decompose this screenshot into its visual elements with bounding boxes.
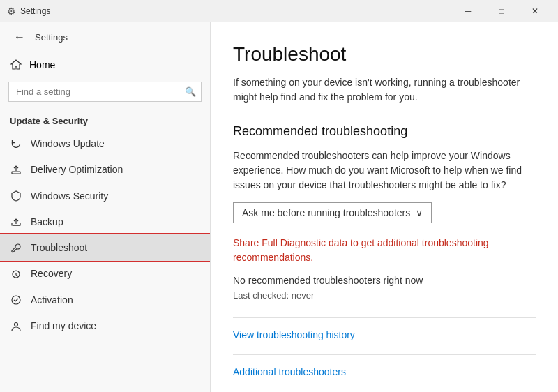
sidebar-item-windows-update[interactable]: Windows Update (0, 130, 210, 156)
section-header: Update & Security (0, 110, 210, 130)
checkmark-icon (10, 294, 22, 306)
sidebar-item-label: Activation (31, 294, 73, 306)
person-icon (10, 319, 22, 331)
view-history-link[interactable]: View troubleshooting history (233, 329, 536, 340)
page-title: Troubleshoot (233, 43, 536, 66)
recommended-section-title: Recommended troubleshooting (233, 124, 536, 139)
sidebar-item-label: Windows Security (31, 190, 108, 202)
back-button[interactable]: ← (10, 29, 29, 45)
sidebar: ← Settings Home 🔍 Update & Security (0, 22, 211, 392)
sidebar-title: Settings (35, 32, 68, 43)
sidebar-header: ← Settings (0, 22, 210, 52)
close-button[interactable]: ✕ (519, 0, 551, 22)
sidebar-item-windows-security[interactable]: Windows Security (0, 183, 210, 209)
search-input[interactable] (8, 82, 202, 102)
upload-icon (10, 164, 22, 176)
wrench-icon (10, 241, 22, 253)
sidebar-item-label: Backup (31, 216, 63, 227)
svg-rect-0 (12, 172, 20, 174)
title-bar-text: Settings (20, 6, 452, 16)
title-bar: ⚙ Settings ─ □ ✕ (0, 0, 558, 22)
window-controls: ─ □ ✕ (452, 0, 551, 22)
home-icon (10, 59, 22, 70)
sidebar-item-home[interactable]: Home (0, 52, 210, 77)
sidebar-item-backup[interactable]: Backup (0, 209, 210, 234)
sidebar-item-activation[interactable]: Activation (0, 287, 210, 312)
page-description: If something on your device isn't workin… (233, 75, 536, 105)
sidebar-item-label: Troubleshoot (31, 242, 87, 253)
divider-2 (233, 354, 536, 355)
svg-point-1 (13, 251, 13, 252)
sidebar-item-label: Recovery (31, 268, 72, 279)
sidebar-item-find-my-device[interactable]: Find my device (0, 312, 210, 338)
sidebar-item-label: Windows Update (31, 138, 105, 149)
sidebar-item-recovery[interactable]: Recovery (0, 261, 210, 287)
additional-troubleshooters-link[interactable]: Additional troubleshooters (233, 366, 536, 377)
refresh-icon (10, 137, 22, 149)
svg-point-2 (12, 296, 20, 304)
share-diagnostic-link[interactable]: Share Full Diagnostic data to get additi… (233, 236, 498, 265)
sidebar-item-label: Find my device (31, 320, 96, 331)
minimize-button[interactable]: ─ (452, 0, 484, 22)
dropdown-value: Ask me before running troubleshooters (242, 207, 410, 218)
last-checked-text: Last checked: never (233, 290, 536, 301)
recommended-desc: Recommended troubleshooters can help imp… (233, 149, 536, 193)
settings-icon: ⚙ (7, 6, 16, 17)
backup-icon (10, 216, 22, 227)
divider-1 (233, 317, 536, 318)
sidebar-item-label: Delivery Optimization (31, 164, 123, 175)
shield-icon (10, 190, 22, 202)
recovery-icon (10, 268, 22, 280)
sidebar-item-troubleshoot[interactable]: Troubleshoot (0, 234, 210, 260)
svg-point-3 (15, 322, 18, 326)
maximize-button[interactable]: □ (485, 0, 518, 22)
app-body: ← Settings Home 🔍 Update & Security (0, 22, 558, 392)
chevron-down-icon: ∨ (416, 207, 423, 218)
search-box: 🔍 (8, 82, 202, 102)
sidebar-item-delivery-optimization[interactable]: Delivery Optimization (0, 157, 210, 183)
no-troubleshooters-text: No recommended troubleshooters right now (233, 275, 536, 286)
home-label: Home (29, 59, 55, 70)
troubleshoot-dropdown[interactable]: Ask me before running troubleshooters ∨ (233, 202, 432, 223)
content-area: Troubleshoot If something on your device… (211, 22, 558, 392)
